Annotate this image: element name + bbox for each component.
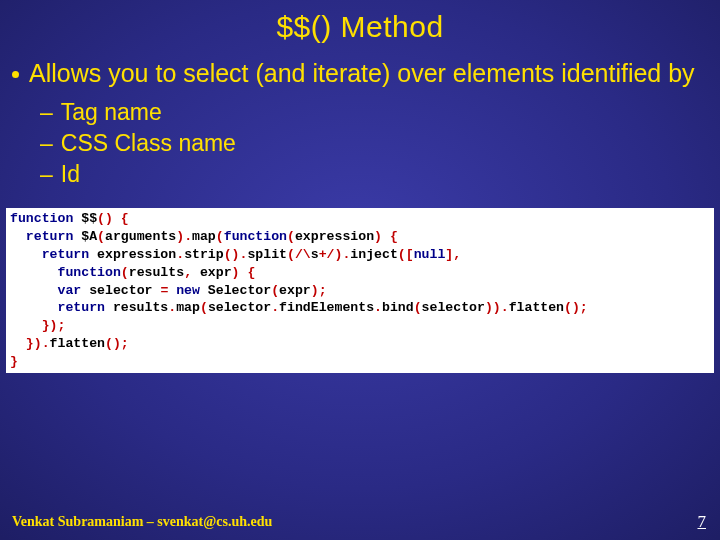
code-text: expression xyxy=(89,247,176,262)
sub-bullet-item: – Id xyxy=(40,159,720,190)
dash-icon: – xyxy=(40,159,53,190)
code-text: $$ xyxy=(73,211,97,226)
code-punc: (/\ xyxy=(287,247,311,262)
code-text: split xyxy=(247,247,287,262)
code-punc: . xyxy=(271,300,279,315)
dash-icon: – xyxy=(40,97,53,128)
page-number: 7 xyxy=(698,512,707,532)
code-text: selector xyxy=(81,283,160,298)
code-keyword: return xyxy=(10,247,89,262)
code-text: flatten xyxy=(50,336,105,351)
code-text: selector xyxy=(422,300,485,315)
code-punc: } xyxy=(10,354,18,369)
code-punc: ( xyxy=(200,300,208,315)
code-text: s xyxy=(311,247,319,262)
code-punc: ( xyxy=(271,283,279,298)
main-bullet: Allows you to select (and iterate) over … xyxy=(0,58,720,89)
code-punc: = xyxy=(160,283,176,298)
code-keyword: return xyxy=(10,229,73,244)
code-text: arguments xyxy=(105,229,176,244)
slide-title: $$() Method xyxy=(0,0,720,58)
code-punc: ) { xyxy=(374,229,398,244)
sub-bullet-item: – Tag name xyxy=(40,97,720,128)
bullet-dot-icon xyxy=(12,71,19,78)
dash-icon: – xyxy=(40,128,53,159)
code-punc: (); xyxy=(105,336,129,351)
code-snippet: function $$() { return $A(arguments).map… xyxy=(6,208,714,372)
code-keyword: var xyxy=(10,283,81,298)
sub-bullet-list: – Tag name – CSS Class name – Id xyxy=(40,97,720,190)
code-keyword: null xyxy=(414,247,446,262)
code-punc: ); xyxy=(311,283,327,298)
code-keyword: function xyxy=(10,265,121,280)
code-keyword: new xyxy=(176,283,200,298)
code-punc: , xyxy=(184,265,200,280)
code-text: $A xyxy=(73,229,97,244)
code-text: selector xyxy=(208,300,271,315)
code-punc: ). xyxy=(176,229,192,244)
code-keyword: function xyxy=(10,211,73,226)
sub-bullet-text: CSS Class name xyxy=(61,128,236,159)
code-text: expr xyxy=(200,265,232,280)
code-keyword: function xyxy=(224,229,287,244)
code-punc: ([ xyxy=(398,247,414,262)
code-punc: ( xyxy=(97,229,105,244)
code-punc: )). xyxy=(485,300,509,315)
code-text: inject xyxy=(350,247,397,262)
code-punc: . xyxy=(176,247,184,262)
code-punc: . xyxy=(374,300,382,315)
code-punc: ], xyxy=(445,247,461,262)
code-punc: (); xyxy=(564,300,588,315)
code-text: Selector xyxy=(200,283,271,298)
code-text: findElements xyxy=(279,300,374,315)
code-punc: . xyxy=(168,300,176,315)
code-punc: }); xyxy=(10,318,65,333)
code-keyword: return xyxy=(10,300,105,315)
sub-bullet-text: Tag name xyxy=(61,97,162,128)
code-punc: ( xyxy=(414,300,422,315)
sub-bullet-item: – CSS Class name xyxy=(40,128,720,159)
footer-author: Venkat Subramaniam – svenkat@cs.uh.edu xyxy=(12,514,272,530)
code-text: expr xyxy=(279,283,311,298)
code-text: expression xyxy=(295,229,374,244)
code-text: flatten xyxy=(509,300,564,315)
code-punc: ( xyxy=(121,265,129,280)
sub-bullet-text: Id xyxy=(61,159,80,190)
code-punc: ( xyxy=(216,229,224,244)
code-text: map xyxy=(176,300,200,315)
code-punc: +/). xyxy=(319,247,351,262)
main-bullet-text: Allows you to select (and iterate) over … xyxy=(29,58,700,89)
code-text: results xyxy=(105,300,168,315)
code-punc: ) { xyxy=(232,265,256,280)
code-text: bind xyxy=(382,300,414,315)
code-punc: () { xyxy=(97,211,129,226)
code-punc: (). xyxy=(224,247,248,262)
code-text: map xyxy=(192,229,216,244)
code-punc: }). xyxy=(10,336,50,351)
code-text: strip xyxy=(184,247,224,262)
code-text: results xyxy=(129,265,184,280)
code-punc: ( xyxy=(287,229,295,244)
